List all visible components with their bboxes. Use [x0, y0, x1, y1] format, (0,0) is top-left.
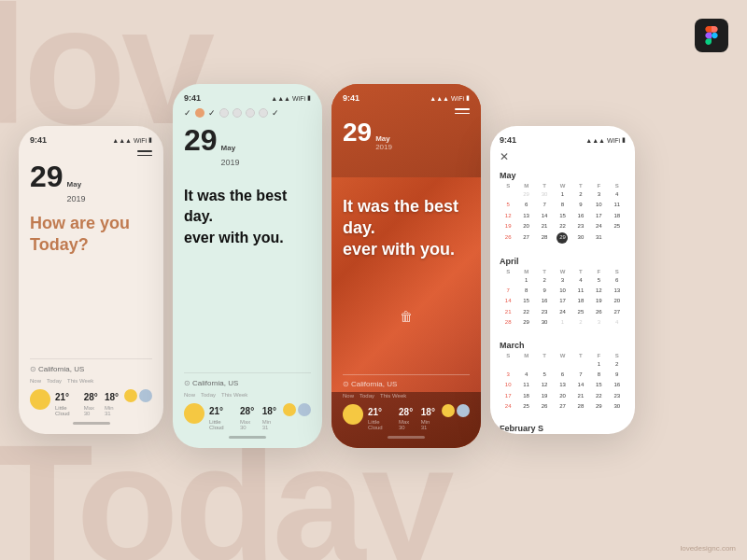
- apr-d-2[interactable]: 2: [536, 275, 553, 285]
- apr-d-9[interactable]: 9: [536, 286, 553, 295]
- apr-d-15[interactable]: 15: [517, 296, 534, 305]
- cal-d-3[interactable]: 3: [590, 189, 607, 199]
- apr-d-5[interactable]: 5: [590, 275, 607, 285]
- apr-d-21[interactable]: 21: [500, 307, 516, 316]
- cal-d-26[interactable]: 26: [500, 232, 516, 244]
- mar-d-24[interactable]: 24: [500, 401, 516, 411]
- mar-d-4[interactable]: 4: [517, 370, 534, 379]
- cal-d-16[interactable]: 16: [572, 211, 589, 220]
- cal-d-29-today[interactable]: 29: [557, 232, 568, 244]
- cal-d-23[interactable]: 23: [572, 221, 589, 231]
- mar-d-29[interactable]: 29: [590, 401, 607, 411]
- apr-d-29[interactable]: 29: [517, 317, 534, 327]
- mar-d-25[interactable]: 25: [517, 401, 534, 411]
- mar-d-18[interactable]: 18: [517, 391, 534, 400]
- apr-d-12[interactable]: 12: [590, 286, 607, 295]
- apr-d-3[interactable]: 3: [554, 275, 571, 285]
- mar-d-1[interactable]: 1: [590, 359, 607, 369]
- cal-d-9[interactable]: 9: [572, 200, 589, 209]
- apr-d-17[interactable]: 17: [554, 296, 571, 305]
- trash-icon-3[interactable]: 🗑: [343, 309, 470, 324]
- cal-d-5[interactable]: 5: [500, 200, 516, 209]
- cal-d-18[interactable]: 18: [609, 211, 626, 220]
- cal-d-6[interactable]: 6: [517, 200, 534, 209]
- mar-d-9[interactable]: 9: [609, 370, 626, 379]
- apr-d-18[interactable]: 18: [572, 296, 589, 305]
- cal-d-8[interactable]: 8: [554, 200, 571, 209]
- cal-d-21[interactable]: 21: [536, 221, 553, 231]
- apr-d-24[interactable]: 24: [554, 307, 571, 316]
- apr-d-7[interactable]: 7: [500, 286, 516, 295]
- cal-d-1[interactable]: 1: [554, 189, 571, 199]
- cal-d-22[interactable]: 22: [554, 221, 571, 231]
- apr-d-25[interactable]: 25: [572, 307, 589, 316]
- quote-line1-3: It was the best: [343, 197, 458, 216]
- apr-d-13[interactable]: 13: [609, 286, 626, 295]
- temp-now-col-2: 21° Little Cloud: [209, 401, 234, 430]
- apr-d-26[interactable]: 26: [590, 307, 607, 316]
- mar-d-13[interactable]: 13: [554, 380, 571, 389]
- apr-d-30[interactable]: 30: [536, 317, 553, 327]
- mar-d-17[interactable]: 17: [500, 391, 516, 400]
- cal-d-7[interactable]: 7: [536, 200, 553, 209]
- cal-d-27[interactable]: 27: [517, 232, 534, 244]
- cal-d-11[interactable]: 11: [609, 200, 626, 209]
- apr-d-23[interactable]: 23: [536, 307, 553, 316]
- cal-d-19[interactable]: 19: [500, 221, 516, 231]
- cal-d-14[interactable]: 14: [536, 211, 553, 220]
- cal-d-15[interactable]: 15: [554, 211, 571, 220]
- mar-d-8[interactable]: 8: [590, 370, 607, 379]
- menu-icon-3[interactable]: [455, 108, 470, 114]
- apr-d-19[interactable]: 19: [590, 296, 607, 305]
- close-button[interactable]: ✕: [500, 150, 509, 163]
- apr-d-14[interactable]: 14: [500, 296, 516, 305]
- mar-d-14[interactable]: 14: [572, 380, 589, 389]
- mar-d-12[interactable]: 12: [536, 380, 553, 389]
- status-icons-1: ▲▲▲ WiFi ▮: [112, 136, 152, 144]
- cal-d-28[interactable]: 28: [536, 232, 553, 244]
- cal-d-12[interactable]: 12: [500, 211, 516, 220]
- location-text-2: California, US: [192, 379, 238, 387]
- mar-d-2[interactable]: 2: [609, 359, 626, 369]
- apr-d-6[interactable]: 6: [609, 275, 626, 285]
- apr-d-20[interactable]: 20: [609, 296, 626, 305]
- apr-d-1[interactable]: 1: [517, 275, 534, 285]
- mar-d-28[interactable]: 28: [572, 401, 589, 411]
- mar-d-30[interactable]: 30: [609, 401, 626, 411]
- cal-d-20[interactable]: 20: [517, 221, 534, 231]
- menu-icon-1[interactable]: [137, 150, 152, 156]
- cal-d-4[interactable]: 4: [609, 189, 626, 199]
- apr-d-4[interactable]: 4: [572, 275, 589, 285]
- cal-d-2[interactable]: 2: [572, 189, 589, 199]
- cal-d-24[interactable]: 24: [590, 221, 607, 231]
- mar-d-26[interactable]: 26: [536, 401, 553, 411]
- mar-d-3[interactable]: 3: [500, 370, 516, 379]
- mar-d-20[interactable]: 20: [554, 391, 571, 400]
- apr-d-11[interactable]: 11: [572, 286, 589, 295]
- mar-d-7[interactable]: 7: [572, 370, 589, 379]
- cal-d-30[interactable]: 30: [572, 232, 589, 244]
- cal-d-31[interactable]: 31: [590, 232, 607, 244]
- calendar-header: ✕: [500, 150, 626, 163]
- mar-d-22[interactable]: 22: [590, 391, 607, 400]
- mar-d-15[interactable]: 15: [590, 380, 607, 389]
- apr-d-8[interactable]: 8: [517, 286, 534, 295]
- apr-d-22[interactable]: 22: [517, 307, 534, 316]
- apr-d-27[interactable]: 27: [609, 307, 626, 316]
- mar-d-6[interactable]: 6: [554, 370, 571, 379]
- mar-d-16[interactable]: 16: [609, 380, 626, 389]
- cal-d-17[interactable]: 17: [590, 211, 607, 220]
- mar-d-10[interactable]: 10: [500, 380, 516, 389]
- mar-d-23[interactable]: 23: [609, 391, 626, 400]
- apr-d-28[interactable]: 28: [500, 317, 516, 327]
- cal-d-10[interactable]: 10: [590, 200, 607, 209]
- mar-d-27[interactable]: 27: [554, 401, 571, 411]
- cal-d-25[interactable]: 25: [609, 221, 626, 231]
- mar-d-21[interactable]: 21: [572, 391, 589, 400]
- apr-d-16[interactable]: 16: [536, 296, 553, 305]
- mar-d-5[interactable]: 5: [536, 370, 553, 379]
- apr-d-10[interactable]: 10: [554, 286, 571, 295]
- mar-d-19[interactable]: 19: [536, 391, 553, 400]
- mar-d-11[interactable]: 11: [517, 380, 534, 389]
- cal-d-13[interactable]: 13: [517, 211, 534, 220]
